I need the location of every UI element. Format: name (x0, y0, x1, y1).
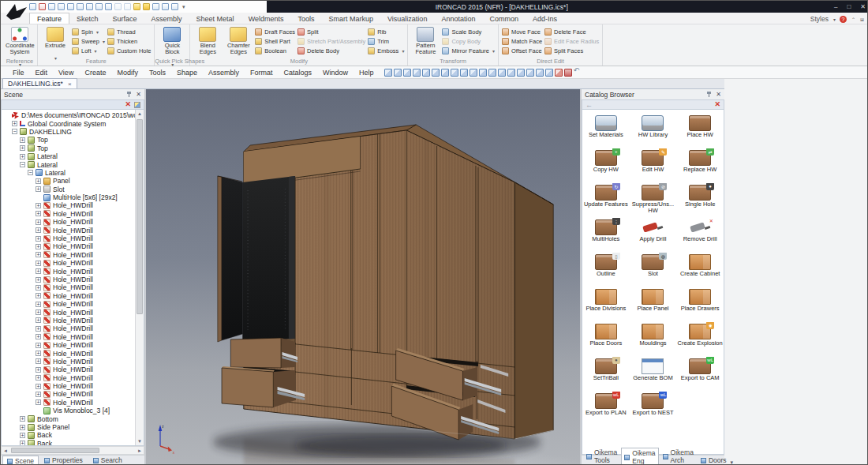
plus-expander-icon[interactable]: + (36, 399, 41, 405)
plus-expander-icon[interactable]: + (36, 317, 41, 323)
panel-tab-scene[interactable]: Scene (2, 456, 39, 465)
catalog-tab-oikema-tools[interactable]: Oikema Tools (583, 447, 620, 465)
menu-modify[interactable]: Modify (111, 69, 144, 77)
minus-expander-icon[interactable]: − (28, 170, 33, 175)
pin-icon[interactable] (706, 92, 712, 97)
place-panel-item[interactable]: Place Panel (630, 287, 677, 322)
tree-item-hole-hwdrill[interactable]: +Hole_HWDrill (2, 366, 135, 373)
tab-tools[interactable]: Tools (290, 13, 321, 24)
undo-icon[interactable] (114, 3, 122, 10)
scroll-down-icon[interactable]: ▼ (136, 437, 144, 445)
camera-front-icon[interactable] (451, 69, 458, 77)
edit-hw-item[interactable]: ✎Edit HW (630, 148, 677, 183)
split-faces-button[interactable]: Split Faces (544, 47, 599, 55)
import-doc-icon[interactable] (48, 3, 55, 10)
camera-top-icon[interactable] (488, 69, 496, 77)
draft-faces-button[interactable]: Draft Faces (255, 28, 295, 36)
plus-expander-icon[interactable]: + (36, 334, 41, 339)
chamfer-edges-button[interactable]: Chamfer Edges (224, 25, 253, 55)
menu-window[interactable]: Window (317, 69, 354, 77)
camera-back-icon[interactable] (460, 69, 468, 77)
target-icon[interactable] (564, 69, 572, 77)
tab-visualization[interactable]: Visualization (380, 13, 434, 24)
orbit-icon[interactable] (574, 69, 582, 77)
menu-help[interactable]: Help (354, 69, 380, 77)
tab-assembly[interactable]: Assembly (144, 13, 189, 24)
mouldings-item[interactable]: Mouldings (630, 322, 677, 357)
tree-item-hole-hwdrill[interactable]: +Hole_HWDrill (2, 374, 135, 382)
plus-expander-icon[interactable]: + (36, 358, 41, 364)
maximize-button[interactable]: □ (847, 3, 851, 10)
camera-right-icon[interactable] (479, 69, 487, 77)
copy-hw-item[interactable]: +Copy HW (582, 148, 630, 183)
match-face-button[interactable]: Match Face (502, 37, 542, 46)
display-wireframe-icon[interactable] (403, 69, 411, 77)
suppress-uns-hw-item[interactable]: ⊘Suppress/Uns... HW (630, 183, 677, 218)
tree-item-lateral[interactable]: −Lateral (2, 169, 135, 177)
scroll-up-icon[interactable]: ▲ (136, 110, 144, 118)
place-hw-item[interactable]: Place HW (676, 114, 724, 148)
tree-item-top[interactable]: +Top (2, 144, 135, 152)
minus-expander-icon[interactable]: − (12, 129, 17, 134)
scrollbar-thumb[interactable] (137, 119, 143, 314)
tree-item-bottom[interactable]: +Bottom (2, 414, 135, 422)
plus-expander-icon[interactable]: + (20, 433, 25, 438)
help-icon[interactable]: ? (840, 16, 847, 23)
thicken-button[interactable]: Thicken (107, 37, 151, 46)
loft-button[interactable]: Loft▾ (72, 47, 105, 55)
tree-item-global-coordinate-system[interactable]: +Global Coordinate System (2, 119, 135, 127)
trim-button[interactable]: Trim (368, 37, 404, 46)
viewport-3d[interactable]: z x (146, 89, 580, 465)
create-explosion-item[interactable]: ✸Create Explosion (676, 322, 724, 357)
camera-perspective-icon[interactable] (507, 69, 515, 77)
menu-view[interactable]: View (53, 69, 79, 77)
blend-edges-button[interactable]: Blend Edges (193, 25, 222, 55)
plus-expander-icon[interactable]: + (36, 261, 41, 266)
place-drawers-item[interactable]: Place Drawers (676, 287, 724, 322)
plus-expander-icon[interactable]: + (36, 343, 41, 348)
styles-caret-icon[interactable]: ▾ (833, 17, 836, 22)
delete-body-button[interactable]: Delete Body (297, 47, 365, 55)
slot-item[interactable]: ◍Slot (630, 253, 677, 287)
scroll-right-icon[interactable]: ► (136, 448, 144, 453)
camera-bottom-icon[interactable] (498, 69, 506, 77)
split-button[interactable]: Split (297, 28, 365, 36)
panel-tab-search[interactable]: Search (88, 455, 127, 465)
plus-expander-icon[interactable]: + (36, 326, 41, 332)
highlight-tool-icon[interactable] (143, 3, 150, 10)
delete-face-button[interactable]: Delete Face (544, 28, 599, 36)
display-facet-icon[interactable] (394, 69, 402, 77)
tree-item-hole-hwdrill[interactable]: +Hole_HWDrill (2, 242, 135, 250)
spin-button[interactable]: Spin▾ (72, 28, 105, 36)
tab-add-ins[interactable]: Add-Ins (526, 13, 564, 24)
thread-button[interactable]: Thread (107, 28, 151, 36)
tree-item-hole-hwdrill[interactable]: +Hole_HWDrill (2, 218, 135, 226)
plus-expander-icon[interactable]: + (12, 121, 17, 126)
delete-item-icon[interactable]: ✕ (125, 101, 131, 108)
minimize-button[interactable]: – (834, 3, 837, 10)
tree-item-hole-hwdrill[interactable]: +Hole_HWDrill (2, 341, 135, 349)
catalog-tab-oikema-arch[interactable]: Oikema Arch (660, 447, 697, 465)
horizontal-scrollbar[interactable]: ◄ ► (1, 446, 144, 455)
menu-file[interactable]: File (7, 69, 30, 77)
tree-item-back[interactable]: +Back (2, 440, 135, 445)
plus-expander-icon[interactable]: + (36, 392, 41, 397)
tree-item-hole-hwdrill[interactable]: +Hole_HWDrill (2, 201, 135, 209)
panel-close-icon[interactable]: ✕ (716, 91, 721, 98)
emboss-button[interactable]: Emboss▾ (368, 47, 404, 55)
zoom-in-icon[interactable] (536, 69, 544, 77)
tree-item-side-panel[interactable]: +Side Panel (2, 423, 135, 431)
tab-sheet-metal[interactable]: Sheet Metal (189, 13, 241, 24)
tree-item-hole-hwdrill[interactable]: +Hole_HWDrill (2, 259, 135, 267)
offset-face-button[interactable]: Offset Face (502, 47, 542, 55)
tree-item-hole-hwdrill[interactable]: +Hole_HWDrill (2, 399, 135, 407)
menu-catalogs[interactable]: Catalogs (279, 69, 318, 77)
catalog-tab-doors[interactable]: Doors (698, 455, 730, 465)
more-commands-icon[interactable] (171, 3, 178, 10)
plus-expander-icon[interactable]: + (20, 441, 25, 445)
plus-expander-icon[interactable]: + (20, 154, 25, 159)
boolean-button[interactable]: Boolean (255, 47, 295, 55)
add-feature-icon[interactable] (95, 3, 103, 10)
display-hidden-edge-icon[interactable] (413, 69, 421, 77)
plus-expander-icon[interactable]: + (20, 137, 25, 143)
